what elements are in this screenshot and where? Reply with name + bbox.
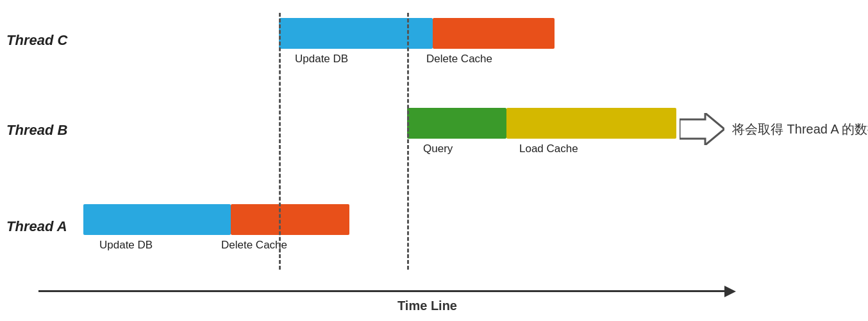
timeline-label: Time Line: [397, 299, 457, 313]
svg-marker-0: [680, 113, 724, 145]
thread-a-label: Thread A: [6, 218, 67, 235]
thread-b-load-bar: [506, 108, 676, 139]
thread-a-update-bar: [83, 204, 231, 235]
timeline-axis: [38, 290, 727, 292]
annotation-container: 将会取得 Thread A 的数据: [680, 113, 868, 145]
dashed-line-1: [279, 13, 281, 270]
thread-c-update-label: Update DB: [295, 53, 348, 65]
thread-b-query-bar: [407, 108, 506, 139]
thread-a-delete-bar: [231, 204, 349, 235]
thread-c-delete-bar: [433, 18, 555, 49]
right-arrow-icon: [680, 113, 724, 145]
thread-b-load-label: Load Cache: [519, 143, 578, 155]
diagram-container: Thread C Update DB Delete Cache Thread B…: [0, 0, 868, 321]
thread-b-label: Thread B: [6, 122, 67, 139]
annotation-text: 将会取得 Thread A 的数据: [732, 121, 868, 138]
thread-a-delete-label: Delete Cache: [221, 239, 287, 252]
thread-b-query-label: Query: [423, 143, 453, 155]
thread-c-label: Thread C: [6, 32, 67, 49]
dashed-line-2: [407, 13, 409, 270]
thread-a-update-label: Update DB: [99, 239, 153, 252]
thread-c-delete-label: Delete Cache: [426, 53, 492, 65]
thread-c-update-bar: [279, 18, 433, 49]
